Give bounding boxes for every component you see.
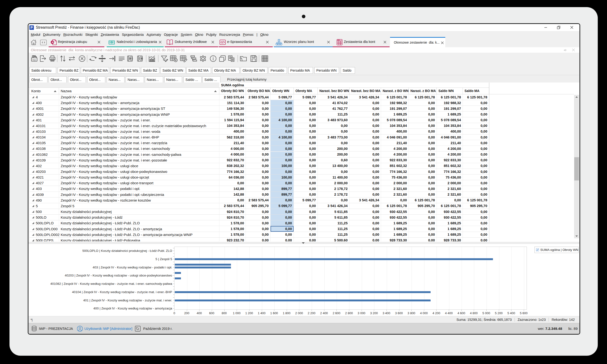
cell-obroty-bo-ma[interactable]: 0,00 [246,220,271,226]
column-header-obroty-ma[interactable]: Obroty MA [294,88,318,94]
cell-obroty-ma[interactable]: 0,00 [294,186,318,192]
cell-obroty-ma[interactable]: 0,00 [294,100,318,106]
cell-konto[interactable]: 40104 [29,134,59,140]
menu-item-pulpity[interactable]: Pulpity [206,33,217,37]
cell-saldo-ma[interactable]: 6 125 001,78 [463,94,489,100]
cell-obroty-ma[interactable]: 0,00 [294,192,318,197]
cell-narast-z-bo-ma[interactable]: 0,00 [409,106,437,111]
cell-narast-z-bo-ma[interactable]: 0,00 [409,226,437,232]
expand-row-icon[interactable] [32,216,34,218]
cell-obroty-bo-ma[interactable]: 2 583 575,44 [246,197,271,203]
book-next-icon[interactable] [136,54,144,63]
expand-row-icon[interactable] [32,176,34,178]
cell-konto[interactable]: 4027 [29,180,59,186]
cell-obroty-wn[interactable]: 4 100,00 [271,117,294,123]
menu-item-dokumenty[interactable]: Dokumenty [43,33,61,37]
cell-obroty-bo-wn[interactable]: 774 166,32 [219,169,246,175]
expand-row-icon[interactable] [32,154,34,156]
cell-konto[interactable]: 4 [29,94,59,100]
cell-saldo-wn[interactable]: 922 833,30 [437,157,463,163]
cell-saldo-wn[interactable]: 75 436,00 [437,175,463,180]
cell-nazwa[interactable]: Zespół IV - Koszty według rodzajów - amo… [59,106,219,111]
tab-e-sprawozdania[interactable]: e-Sprawozdania [219,38,273,46]
cell-saldo-ma[interactable]: 0,00 [463,169,489,175]
cell-nazwa[interactable]: Zespół IV - Koszty według rodzajów - usł… [59,163,219,169]
column-header-obroty-bo-wn[interactable]: Obroty BO WN [219,88,246,94]
column-chip-persaldo-bz-wn[interactable]: Persaldo BZ WN [111,67,140,74]
cell-obroty-wn[interactable]: 100,00 [271,175,294,180]
cell-nazwa[interactable]: Zespół IV - Koszty według rodzajów - zuż… [59,129,219,134]
cell-obroty-wn[interactable]: 0,00 [271,226,294,232]
cell-obroty-ma[interactable]: 5 099,77 [294,197,318,203]
cell-narast-bez-bo-ma[interactable]: 0,00 [349,111,381,117]
table-row-40103[interactable]: 40103Zespół IV - Koszty według rodzajów … [29,129,574,134]
cell-konto[interactable]: 40203 [29,169,59,175]
column-header-narast-z-bo-ma[interactable]: Narast. z BO MA [409,88,437,94]
cell-narast-bez-bo-ma[interactable]: 0,00 [349,129,381,134]
expand-row-icon[interactable] [32,125,34,127]
cell-narast-z-bo-ma[interactable]: 0,00 [409,152,437,157]
menu-item-modu[interactable]: Moduł [31,33,40,37]
cell-narast-z-bo-wn[interactable]: 774 166,32 [381,169,409,175]
cell-obroty-wn[interactable]: 899,77 [271,186,294,192]
cell-saldo-ma[interactable]: 0,00 [463,106,489,111]
menu-item-system[interactable]: System [181,33,192,37]
cell-saldo-wn[interactable]: 851 602,32 [437,163,463,169]
tab-należności-i-zobowiązania[interactable]: Należności i zobowiązania [107,38,164,46]
column-chip-saldo-okresu[interactable]: Saldo okresu [29,67,56,74]
cell-obroty-ma[interactable]: 0,00 [294,215,318,220]
cell-konto[interactable]: 402 [29,163,59,169]
cell-obroty-wn[interactable]: 0,00 [271,215,294,220]
cell-saldo-ma[interactable]: 0,00 [463,220,489,226]
cell-narast-z-bo-wn[interactable]: 191 299,07 [381,106,409,111]
cell-saldo-ma[interactable]: 0,00 [463,232,489,238]
cell-saldo-ma[interactable]: 0,00 [463,215,489,220]
cell-konto[interactable]: 401 [29,117,59,123]
cell-saldo-wn[interactable]: 211,40 [437,140,463,146]
menu-item-sprawozdania[interactable]: Sprawozdania [122,33,144,37]
cell-obroty-wn[interactable]: 0,00 [271,238,294,241]
tab-close-icon[interactable] [383,40,387,44]
cell-narast-z-bo-wn[interactable]: 1 689,25 [381,111,409,117]
column-header-narast-z-bo-wn[interactable]: Narast. z BO WN [381,88,409,94]
cell-obroty-wn[interactable]: 0,00 [271,197,294,203]
cell-narast-bez-bo-wn[interactable]: 111,25 [318,220,349,226]
tab-close-icon[interactable] [211,40,215,44]
table-row-40101[interactable]: 40101Zespół IV - Koszty według rodzajów … [29,123,574,129]
cell-obroty-bo-wn[interactable]: 924 810,70 [219,215,246,220]
expand-height-icon[interactable] [98,54,106,63]
tab-close-icon[interactable] [327,40,330,44]
cell-obroty-bo-ma[interactable]: 0,00 [246,123,271,129]
info-circle-icon[interactable] [209,54,217,63]
expand-row-icon[interactable] [32,222,34,224]
expand-row-icon[interactable] [32,239,34,241]
cell-narast-bez-bo-ma[interactable]: 0,00 [349,100,381,106]
cell-saldo-wn[interactable]: 6 125 001,78 [437,203,463,209]
column-chip-persaldo-wn[interactable]: Persaldo WN [314,67,339,74]
cell-saldo-ma[interactable]: 0,00 [463,152,489,157]
cell-obroty-bo-wn[interactable]: 400,00 [219,129,246,134]
cell-nazwa[interactable]: Zespół IV - Koszty według rodzajów - zuż… [59,157,219,163]
column-chip-saldo-bz-ma[interactable]: Saldo BZ MA [186,67,211,74]
cell-nazwa[interactable]: Zespół IV - Koszty według rodzajów - amo… [59,111,219,117]
cell-saldo-ma[interactable]: 0,00 [463,192,489,197]
cell-obroty-bo-ma[interactable]: 0,00 [246,157,271,163]
cell-obroty-bo-ma[interactable]: 0,00 [246,111,271,117]
cell-saldo-wn[interactable]: 2 321,60 [437,192,463,197]
cell-obroty-wn[interactable]: 0,00 [271,232,294,238]
cell-narast-z-bo-ma[interactable]: 0,00 [409,157,437,163]
cell-narast-bez-bo-ma[interactable]: 0,00 [349,175,381,180]
expand-row-icon[interactable] [32,199,34,201]
cell-obroty-bo-ma[interactable]: 0,00 [246,134,271,140]
cell-obroty-bo-ma[interactable]: 2 583 575,44 [246,94,271,100]
cell-narast-bez-bo-wn[interactable]: 200,00 [318,152,349,157]
column-header-narast-bez-bo-wn[interactable]: Narast. bez BO WN [318,88,349,94]
column-chip-naras[interactable]: Naras... [107,76,125,83]
cell-narast-z-bo-ma[interactable]: 0,00 [409,117,437,123]
cell-obroty-wn[interactable]: 0,00 [271,106,294,111]
menu-item-sowniki[interactable]: Słowniki [85,33,98,37]
column-chip-saldo[interactable]: Saldo ... [183,76,202,83]
minimize-button[interactable] [540,24,551,31]
cell-obroty-bo-wn[interactable]: 64 036,00 [219,175,246,180]
table-row-40104[interactable]: 40104Zespół IV - Koszty według rodzajów … [29,134,574,140]
